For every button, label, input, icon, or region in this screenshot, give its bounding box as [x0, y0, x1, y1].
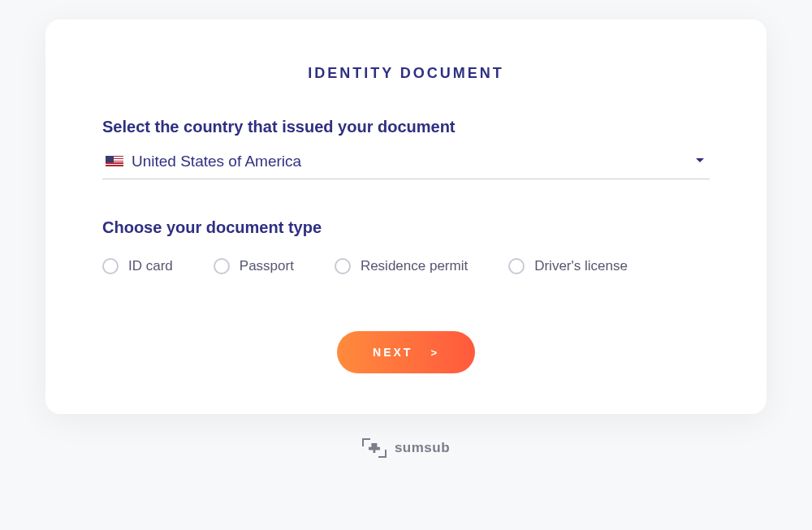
option-label: Residence permit: [361, 258, 468, 274]
option-label: Driver's license: [534, 258, 628, 274]
radio-icon: [102, 258, 119, 274]
doctype-options: ID card Passport Residence permit Driver…: [102, 258, 710, 274]
doctype-section-label: Choose your document type: [102, 218, 710, 237]
next-button-wrap: NEXT >: [102, 331, 710, 373]
doctype-option-residence-permit[interactable]: Residence permit: [335, 258, 468, 274]
footer-brand: sumsub: [362, 438, 450, 458]
doctype-option-id-card[interactable]: ID card: [102, 258, 173, 274]
radio-icon: [508, 258, 525, 274]
identity-document-card: IDENTITY DOCUMENT Select the country tha…: [45, 19, 767, 414]
doctype-option-passport[interactable]: Passport: [214, 258, 294, 274]
next-button[interactable]: NEXT >: [337, 331, 475, 373]
doctype-option-drivers-license[interactable]: Driver's license: [508, 258, 628, 274]
option-label: ID card: [128, 258, 173, 274]
footer-brand-text: sumsub: [395, 440, 450, 456]
chevron-down-icon: [695, 157, 705, 164]
country-selected-value: United States of America: [132, 153, 301, 170]
option-label: Passport: [240, 258, 294, 274]
radio-icon: [214, 258, 230, 274]
us-flag-icon: [106, 156, 123, 167]
arrow-right-icon: >: [430, 347, 439, 359]
page-title: IDENTITY DOCUMENT: [102, 65, 710, 82]
country-section-label: Select the country that issued your docu…: [102, 118, 710, 136]
next-label: NEXT: [373, 346, 412, 359]
radio-icon: [335, 258, 351, 274]
sumsub-logo-icon: [362, 438, 387, 458]
country-select[interactable]: United States of America: [102, 153, 710, 179]
